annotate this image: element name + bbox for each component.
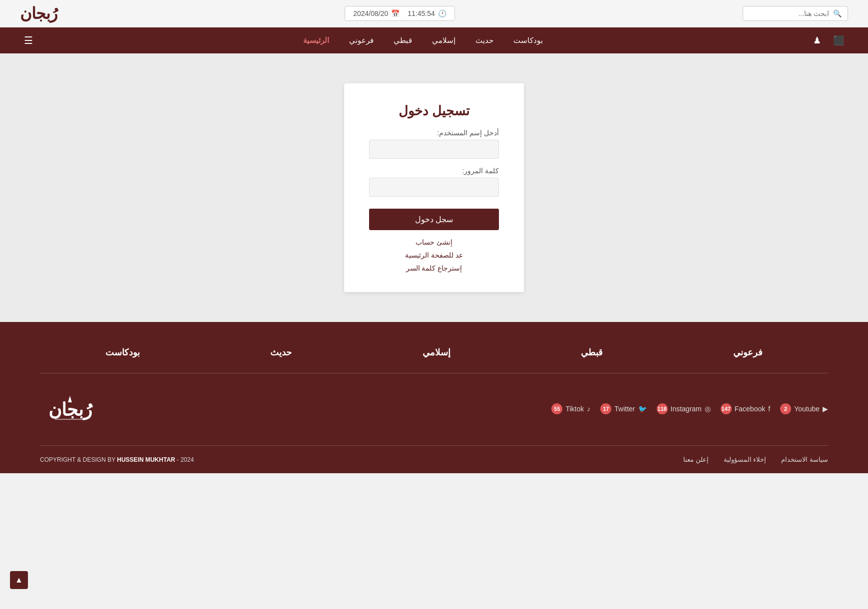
instagram-count: 118: [657, 403, 668, 414]
social-tiktok[interactable]: ♪ Tiktok 55: [551, 403, 590, 414]
copyright-text: COPYRIGHT & DESIGN BY: [40, 456, 115, 463]
nav-link-podcast[interactable]: بودكاست: [503, 28, 553, 53]
nav-left-icons: ⬛ ♟: [809, 33, 848, 48]
twitter-label: Twitter: [614, 405, 635, 413]
hamburger-menu[interactable]: ☰: [20, 32, 37, 48]
youtube-label: Youtube: [794, 405, 820, 413]
home-link[interactable]: عد للصفحة الرئيسية: [369, 251, 499, 259]
nav-item-modern[interactable]: حديث: [465, 28, 503, 53]
clock-icon: 🕐: [438, 9, 446, 17]
login-button[interactable]: سجل دخول: [369, 209, 499, 230]
footer: فرعوني قبطي إسلامي حديث بودكاست ▶ Youtub…: [0, 322, 868, 473]
password-group: كلمة المرور:: [369, 167, 499, 197]
logo-text: رُبجان: [20, 4, 57, 23]
nav-link-modern[interactable]: حديث: [465, 28, 503, 53]
footer-nav-pharaonic[interactable]: فرعوني: [733, 347, 763, 358]
nav-item-pharaonic[interactable]: فرعوني: [339, 28, 384, 53]
login-title: تسجيل دخول: [369, 103, 499, 119]
top-bar: 🔍 2024/08/20 📅 11:45:54 🕐 رُبجان: [0, 0, 868, 27]
instagram-label: Instagram: [671, 405, 702, 413]
footer-link-disclaimer[interactable]: إخلاء المسؤولية: [724, 456, 767, 463]
footer-nav-coptic[interactable]: قبطي: [581, 347, 603, 358]
nav-link-pharaonic[interactable]: فرعوني: [339, 28, 384, 53]
login-card: تسجيل دخول أدخل إسم المستخدم: كلمة المرو…: [344, 83, 524, 292]
time-part: 11:45:54 🕐: [408, 9, 446, 17]
recover-link[interactable]: إسترجاع كلمة السر: [369, 264, 499, 272]
password-label: كلمة المرور:: [369, 167, 499, 175]
copyright-year: 2024: [180, 456, 194, 463]
footer-bottom-links: سياسة الاستخدام إخلاء المسؤولية إعلن معن…: [683, 456, 828, 463]
youtube-icon: ▶: [823, 405, 828, 413]
footer-copyright: COPYRIGHT & DESIGN BY HUSSEIN MUKHTAR - …: [40, 456, 194, 463]
footer-nav-podcast[interactable]: بودكاست: [105, 347, 140, 358]
nav-item-coptic[interactable]: قبطي: [384, 28, 422, 53]
footer-nav-islamic[interactable]: إسلامي: [423, 347, 450, 358]
nav-item-islamic[interactable]: إسلامي: [422, 28, 465, 53]
password-input[interactable]: [369, 178, 499, 197]
navbar: ⬛ ♟ بودكاست حديث إسلامي قبطي فرعوني الرئ…: [0, 27, 868, 53]
search-icon: 🔍: [833, 9, 842, 17]
time-value: 11:45:54: [408, 9, 435, 17]
footer-logo-container: رُبجان: [40, 388, 100, 430]
username-group: أدخل إسم المستخدم:: [369, 129, 499, 159]
footer-bottom: سياسة الاستخدام إخلاء المسؤولية إعلن معن…: [40, 445, 828, 473]
social-facebook[interactable]: f Facebook 147: [721, 403, 770, 414]
tiktok-icon: ♪: [587, 405, 590, 413]
facebook-label: Facebook: [735, 405, 765, 413]
nav-link-coptic[interactable]: قبطي: [384, 28, 422, 53]
card-links: إنشئ حساب عد للصفحة الرئيسية إسترجاع كلم…: [369, 238, 499, 272]
designer-name: HUSSEIN MUKHTAR: [117, 456, 175, 463]
instagram-icon: ◎: [705, 405, 711, 413]
calendar-icon: 📅: [391, 9, 400, 17]
facebook-count: 147: [721, 403, 732, 414]
main-content: تسجيل دخول أدخل إسم المستخدم: كلمة المرو…: [0, 53, 868, 322]
datetime-box: 2024/08/20 📅 11:45:54 🕐: [345, 6, 455, 21]
youtube-count: 2: [780, 403, 791, 414]
tiktok-label: Tiktok: [565, 405, 584, 413]
twitter-count: 17: [600, 403, 611, 414]
user-icon[interactable]: ♟: [809, 33, 825, 48]
nav-links: بودكاست حديث إسلامي قبطي فرعوني الرئيسية: [293, 28, 553, 53]
footer-nav-modern[interactable]: حديث: [270, 347, 292, 358]
date-part: 2024/08/20 📅: [353, 9, 400, 17]
username-label: أدخل إسم المستخدم:: [369, 129, 499, 137]
search-input[interactable]: [749, 9, 829, 17]
social-instagram[interactable]: ◎ Instagram 118: [657, 403, 711, 414]
nav-item-podcast[interactable]: بودكاست: [503, 28, 553, 53]
nav-item-home[interactable]: الرئيسية: [293, 28, 339, 53]
social-twitter[interactable]: 🐦 Twitter 17: [600, 403, 646, 414]
login-icon[interactable]: ⬛: [829, 33, 848, 48]
facebook-icon: f: [768, 405, 770, 413]
footer-logo-svg: رُبجان: [40, 388, 100, 428]
register-link[interactable]: إنشئ حساب: [369, 238, 499, 246]
footer-link-advertise[interactable]: إعلن معنا: [683, 456, 709, 463]
footer-nav: فرعوني قبطي إسلامي حديث بودكاست: [40, 347, 828, 373]
footer-social: ▶ Youtube 2 f Facebook 147 ◎ Instagram 1…: [551, 388, 828, 429]
footer-link-usage[interactable]: سياسة الاستخدام: [781, 456, 828, 463]
username-input[interactable]: [369, 140, 499, 159]
nav-link-islamic[interactable]: إسلامي: [422, 28, 465, 53]
tiktok-count: 55: [551, 403, 562, 414]
twitter-icon: 🐦: [638, 405, 647, 413]
site-logo[interactable]: رُبجان: [20, 4, 57, 23]
date-value: 2024/08/20: [353, 9, 388, 17]
nav-link-home[interactable]: الرئيسية: [293, 28, 339, 53]
svg-text:رُبجان: رُبجان: [48, 399, 93, 420]
search-box[interactable]: 🔍: [743, 6, 848, 21]
social-youtube[interactable]: ▶ Youtube 2: [780, 403, 828, 414]
